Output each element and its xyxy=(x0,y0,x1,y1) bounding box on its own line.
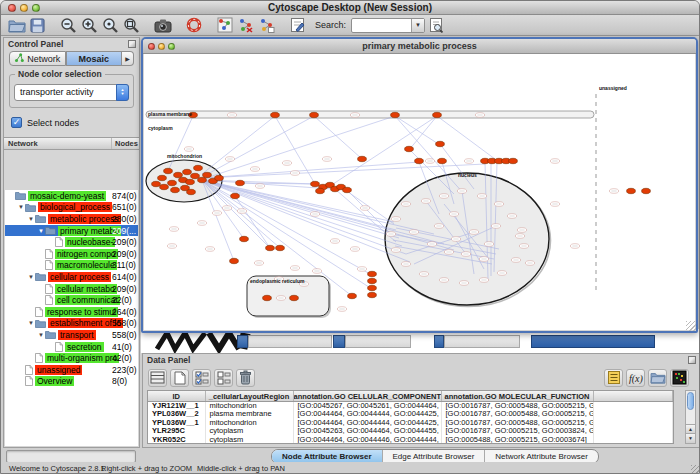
table-column-header[interactable] xyxy=(593,391,673,402)
open-folder-icon[interactable] xyxy=(7,16,26,35)
network-node[interactable] xyxy=(203,172,212,177)
network-node[interactable] xyxy=(152,181,161,186)
network-node[interactable] xyxy=(183,169,192,174)
background-window-fragment[interactable] xyxy=(248,335,332,348)
network-tree-row[interactable]: ▼biological_process651(0) xyxy=(5,202,138,214)
network-node[interactable] xyxy=(215,175,224,180)
network-node[interactable] xyxy=(187,189,196,194)
app-titlebar[interactable]: Cytoscape Desktop (New Session) xyxy=(1,1,699,15)
select-nodes-checkbox[interactable]: ✓ xyxy=(11,117,22,128)
network-node[interactable] xyxy=(240,236,249,241)
scrollbar-thumb[interactable] xyxy=(687,392,694,410)
advanced-search-icon[interactable] xyxy=(427,16,446,35)
float-panel-icon[interactable] xyxy=(128,40,136,48)
float-panel-icon[interactable] xyxy=(688,356,696,364)
network-node[interactable] xyxy=(266,245,275,250)
snapshot-camera-icon[interactable] xyxy=(153,16,172,35)
network-node[interactable] xyxy=(290,295,299,300)
attribute-list-icon[interactable] xyxy=(604,369,623,387)
zoom-fit-icon[interactable] xyxy=(101,16,120,35)
select-attributes-icon[interactable] xyxy=(148,369,167,387)
network-node[interactable] xyxy=(368,292,377,297)
import-attributes-icon[interactable] xyxy=(648,369,667,387)
network-node[interactable] xyxy=(358,156,367,161)
network-node[interactable] xyxy=(436,141,445,146)
expand-arrow-icon[interactable]: ▼ xyxy=(27,274,35,280)
zoom-out-icon[interactable] xyxy=(59,16,78,35)
new-attribute-icon[interactable] xyxy=(170,369,189,387)
save-icon[interactable] xyxy=(28,16,47,35)
network-node[interactable] xyxy=(171,187,180,192)
window-resize-grip[interactable] xyxy=(686,321,696,331)
network-node[interactable] xyxy=(160,184,169,189)
background-window-fragment[interactable] xyxy=(434,335,444,348)
table-row[interactable]: YPL036W__1mitochondrion[GO:0044464, GO:0… xyxy=(148,419,673,427)
network-node[interactable] xyxy=(368,285,377,290)
expand-arrow-icon[interactable]: ▼ xyxy=(17,204,25,210)
background-window-fragment[interactable] xyxy=(531,335,655,348)
scroll-down-icon[interactable]: ▼ xyxy=(686,433,695,443)
network-tree-row[interactable]: ▼transport558(0) xyxy=(5,329,138,341)
network-node[interactable] xyxy=(263,295,272,300)
network-node[interactable] xyxy=(391,112,400,117)
background-window-fragment[interactable] xyxy=(345,335,411,348)
network-node[interactable] xyxy=(186,179,195,184)
network-node[interactable] xyxy=(348,293,357,298)
table-row[interactable]: YLR295Ccytoplasm[GO:0045263, GO:0044464,… xyxy=(148,427,673,435)
network-node[interactable] xyxy=(368,278,377,283)
select-all-attributes-icon[interactable] xyxy=(192,369,211,387)
network-node[interactable] xyxy=(415,158,424,163)
background-window-fragment[interactable] xyxy=(444,335,520,348)
expand-arrow-icon[interactable]: ▼ xyxy=(27,320,35,326)
network-node[interactable] xyxy=(311,181,320,186)
network-tree-row[interactable]: secretion41(0) xyxy=(5,341,138,353)
network-node[interactable] xyxy=(231,193,240,198)
network-node[interactable] xyxy=(405,146,414,151)
network-node[interactable] xyxy=(236,180,245,185)
dropdown-stepper-icon[interactable]: ▲▼ xyxy=(116,84,129,101)
network-node[interactable] xyxy=(174,172,183,177)
network-tree-row[interactable]: mosaic-demo-yeast874(0) xyxy=(5,190,138,202)
network-tree-row[interactable]: Overview8(0) xyxy=(5,376,138,388)
network-tree-row[interactable]: cell communicat22(0) xyxy=(5,294,138,306)
expand-arrow-icon[interactable]: ▼ xyxy=(27,216,35,222)
vizmapper-icon[interactable] xyxy=(215,16,234,35)
delete-attribute-icon[interactable] xyxy=(236,369,255,387)
background-window-fragment[interactable] xyxy=(333,335,345,348)
network-node[interactable] xyxy=(194,165,203,170)
zoom-selected-icon[interactable] xyxy=(122,16,141,35)
network-window-titlebar[interactable]: primary metabolic process xyxy=(143,39,696,54)
network-tree-row[interactable]: multi-organism pro42(0) xyxy=(5,352,138,364)
network-node[interactable] xyxy=(191,173,200,178)
network-node[interactable] xyxy=(310,112,319,117)
network-graph[interactable]: plasma membranecytoplasmmitochondrionnuc… xyxy=(144,54,695,330)
network-tree-row[interactable]: response to stimul264(0) xyxy=(5,306,138,318)
network-tree-row[interactable]: ▼cellular process614(0) xyxy=(5,271,138,283)
network-tree-row[interactable]: unassigned223(0) xyxy=(5,364,138,376)
app-resize-grip[interactable] xyxy=(691,465,700,474)
expand-arrow-icon[interactable]: ▼ xyxy=(37,332,45,338)
network-node[interactable] xyxy=(164,168,173,173)
network-tree[interactable]: mosaic-demo-yeast874(0)▼biological_proce… xyxy=(5,190,138,446)
network-node[interactable] xyxy=(438,158,447,163)
network-node[interactable] xyxy=(368,271,377,276)
network-node[interactable] xyxy=(271,112,280,117)
node-color-dropdown[interactable]: transporter activity ▲▼ xyxy=(14,84,129,101)
network-view-window[interactable]: primary metabolic process plasma membran… xyxy=(141,37,698,333)
show-all-icon[interactable] xyxy=(257,16,276,35)
network-node[interactable] xyxy=(509,158,518,163)
network-node[interactable] xyxy=(433,112,442,117)
network-node[interactable] xyxy=(276,245,285,250)
search-dropdown-arrow-icon[interactable]: ▼ xyxy=(411,19,424,32)
network-tree-row[interactable]: ▼primary metabo209(... xyxy=(5,225,138,237)
network-canvas[interactable]: plasma membranecytoplasmmitochondrionnuc… xyxy=(144,54,695,330)
network-tree-row[interactable]: macromolecule311(0) xyxy=(5,260,138,272)
network-node[interactable] xyxy=(642,188,651,193)
zoom-in-icon[interactable] xyxy=(80,16,99,35)
network-node[interactable] xyxy=(198,177,207,182)
network-node[interactable] xyxy=(343,187,352,192)
network-node[interactable] xyxy=(316,188,325,193)
network-tree-row[interactable]: ▼metabolic process280(0) xyxy=(5,213,138,225)
table-column-header[interactable]: _cellularLayoutRegion xyxy=(205,391,293,402)
network-node[interactable] xyxy=(158,175,167,180)
